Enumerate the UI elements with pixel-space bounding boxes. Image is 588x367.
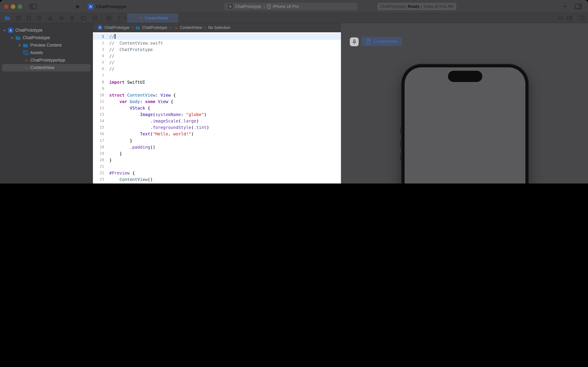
text-cursor — [115, 34, 115, 39]
status-detail: Today at 9:41 AM — [423, 4, 454, 8]
go-back-icon[interactable] — [118, 16, 121, 20]
code-line[interactable]: 7 — [93, 72, 341, 79]
scheme-destination-picker[interactable]: A ChatPrototype ⟩ iPhone 16 Pro — [224, 3, 358, 10]
find-navigator-icon[interactable] — [37, 16, 42, 21]
code-line[interactable]: 11 var body: some View { — [93, 98, 341, 105]
code-line[interactable]: 19 } — [93, 150, 341, 157]
toggle-inspector-icon[interactable] — [575, 4, 582, 9]
code-line[interactable]: 16 Text("Hello, world!") — [93, 131, 341, 137]
code-line[interactable]: 23 ContentView() — [93, 176, 341, 183]
navigator-bar — [0, 13, 102, 23]
toggle-left-sidebar-icon[interactable] — [30, 4, 36, 9]
code-line[interactable]: 6// — [93, 66, 341, 72]
tab-bar: ContentView — [102, 13, 588, 23]
sidebar-item-contentview[interactable]: ContentView — [0, 64, 92, 71]
add-editor-icon[interactable] — [579, 16, 585, 20]
tests-navigator-icon[interactable] — [59, 16, 64, 21]
scheme-destination[interactable]: iPhone 16 Pro — [273, 4, 299, 9]
status-project: ChatPrototype: — [380, 4, 406, 8]
code-line[interactable]: 8import SwiftUI — [93, 79, 341, 85]
code-line[interactable]: 14 .imageScale(.large) — [93, 118, 341, 124]
close-window-button[interactable] — [4, 4, 8, 9]
scheme-project[interactable]: ChatPrototype — [235, 4, 261, 9]
source-control-icon[interactable] — [16, 16, 21, 21]
sidebar-item-label: Assets — [30, 50, 43, 55]
titlebar: A ChatPrototype A ChatPrototype ⟩ iPhone… — [0, 0, 588, 13]
zoom-window-button[interactable] — [18, 4, 22, 9]
code-line[interactable]: 1// — [93, 33, 341, 40]
preview-canvas-icon — [366, 39, 371, 44]
code-line[interactable]: 2// ContentView.swift — [93, 40, 341, 46]
tab-contentview[interactable]: ContentView — [127, 13, 178, 23]
sidebar-item-label: ChatPrototype — [23, 35, 50, 40]
sidebar-item-preview-content[interactable]: Preview Content — [0, 42, 92, 49]
preview-canvas: ContentView Hello, w — [341, 23, 588, 184]
disclosure-chevron-icon[interactable] — [3, 29, 6, 32]
preview-target-pill[interactable]: ContentView — [361, 37, 402, 46]
pin-preview-button[interactable] — [350, 37, 359, 46]
swift-file-icon — [138, 16, 143, 20]
run-button[interactable] — [76, 4, 80, 9]
issues-navigator-icon[interactable] — [48, 16, 53, 20]
iphone-screen[interactable]: Hello, world! — [405, 67, 525, 184]
code-line[interactable]: 5// — [93, 59, 341, 66]
code-review-icon[interactable] — [558, 16, 563, 20]
jumpbar-folder-icon — [135, 26, 140, 29]
jumpbar-item-group[interactable]: ChatPrototype — [142, 25, 167, 30]
breakpoints-navigator-icon[interactable] — [81, 16, 87, 20]
window-title: ChatPrototype — [96, 4, 126, 9]
minimap-icon[interactable] — [566, 16, 572, 20]
code-line[interactable]: 20} — [93, 157, 341, 163]
reports-navigator-icon[interactable] — [92, 16, 97, 21]
editor-pane: A ChatPrototype ⟩ ChatPrototype ⟩ Conten… — [93, 23, 341, 184]
app-icon: A — [8, 28, 14, 33]
bookmarks-icon[interactable] — [27, 16, 31, 21]
scheme-chevron: ⟩ — [264, 5, 265, 8]
jumpbar-item-selection[interactable]: No Selection — [208, 25, 230, 30]
code-line[interactable]: 3// ChatPrototype — [93, 46, 341, 53]
folder-icon — [15, 35, 21, 40]
sidebar-item-label: Preview Content — [30, 43, 61, 48]
code-line[interactable]: 12 VStack { — [93, 105, 341, 111]
code-line[interactable]: 18 .padding() — [93, 144, 341, 150]
disclosure-chevron-icon[interactable] — [18, 44, 21, 47]
debug-navigator-icon[interactable] — [70, 16, 75, 21]
sidebar-item-chatprototype[interactable]: ChatPrototype — [0, 34, 92, 42]
code-line[interactable]: 9 — [93, 85, 341, 92]
sidebar-item-label: ChatPrototypeApp — [30, 58, 65, 63]
jump-bar[interactable]: A ChatPrototype ⟩ ChatPrototype ⟩ Conten… — [93, 23, 341, 32]
sidebar-item-assets[interactable]: Assets — [0, 49, 92, 57]
iphone-preview-device: Hello, world! — [402, 64, 529, 184]
folder-icon — [23, 43, 29, 47]
status-state: Ready — [408, 4, 419, 8]
assets-icon — [23, 50, 29, 55]
dynamic-island — [448, 71, 482, 82]
related-items-icon[interactable] — [107, 16, 111, 20]
code-line[interactable]: 21 — [93, 163, 341, 170]
code-line[interactable]: 24} — [93, 183, 341, 184]
go-forward-icon[interactable] — [124, 16, 127, 20]
preview-target-label: ContentView — [374, 39, 398, 44]
code-line[interactable]: 13 Image(systemName: "globe") — [93, 111, 341, 118]
status-separator: | — [421, 4, 422, 8]
sidebar-item-chatprototype[interactable]: AChatPrototype — [0, 26, 92, 34]
disclosure-chevron-icon[interactable] — [10, 36, 14, 39]
code-line[interactable]: 22#Preview { — [93, 170, 341, 176]
source-editor[interactable]: 1//2// ContentView.swift3// ChatPrototyp… — [93, 32, 341, 184]
library-plus-icon[interactable] — [563, 4, 568, 9]
project-navigator-icon[interactable] — [4, 16, 10, 20]
minimize-window-button[interactable] — [11, 4, 15, 9]
xcode-window: A ChatPrototype A ChatPrototype ⟩ iPhone… — [0, 0, 588, 184]
jumpbar-item-project[interactable]: ChatPrototype — [104, 25, 129, 30]
code-line[interactable]: 15 .foregroundStyle(.tint) — [93, 124, 341, 131]
code-line[interactable]: 10struct ContentView: View { — [93, 92, 341, 98]
code-line[interactable]: 4// — [93, 53, 341, 59]
second-toolbar-row: ContentView — [0, 13, 588, 23]
jumpbar-item-file[interactable]: ContentView — [180, 25, 202, 30]
sidebar-item-label: ChatPrototype — [15, 28, 42, 33]
sidebar-item-chatprototypeapp[interactable]: ChatPrototypeApp — [0, 57, 92, 64]
code-line[interactable]: 17 } — [93, 137, 341, 144]
swift-icon — [23, 65, 29, 70]
app-project-icon: A — [88, 4, 93, 9]
phone-glyph-icon — [267, 4, 270, 9]
